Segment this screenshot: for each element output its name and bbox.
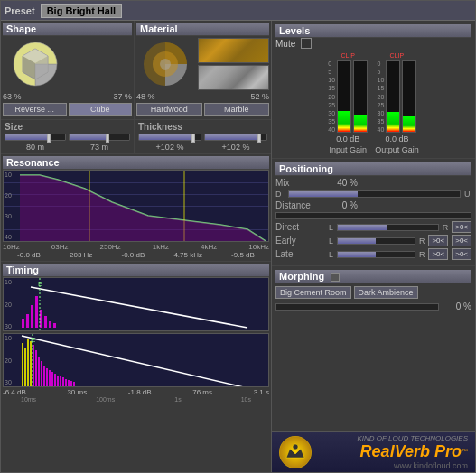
material-visual — [136, 38, 269, 90]
thickness-track-2[interactable] — [204, 134, 267, 141]
svg-text:E: E — [38, 280, 42, 288]
size-slider-1: 80 m — [5, 134, 66, 152]
svg-rect-21 — [24, 348, 26, 386]
size-track-2[interactable] — [69, 134, 130, 141]
early-stereo-btn2[interactable]: >0< — [452, 235, 471, 246]
wood-texture — [198, 38, 269, 63]
svg-rect-25 — [35, 350, 37, 386]
shape-header: Shape — [3, 23, 132, 36]
top-bar: Preset Big Bright Hall — [1, 1, 475, 21]
brand-bar: KIND OF LOUD TECHNOLOGIES RealVerb Pro™ … — [272, 431, 475, 472]
svg-point-43 — [280, 437, 311, 468]
svg-point-5 — [160, 59, 171, 70]
late-slider[interactable] — [337, 251, 415, 258]
res-val-4: 4.75 kHz — [173, 251, 202, 259]
brand-name: RealVerb Pro — [360, 442, 462, 460]
early-label: Early — [275, 236, 325, 246]
resonance-freq-labels: 16Hz 63Hz 250Hz 1kHz 4kHz 16kHz — [3, 243, 269, 251]
brand-icon — [279, 436, 312, 468]
shape-svg — [3, 38, 68, 90]
mix-value: 40 % — [329, 178, 358, 188]
late-row: Late L R >0< >0< — [275, 248, 471, 260]
right-column: Levels Mute CLIP 0510152025303540 — [272, 21, 475, 472]
material-texture-images — [198, 38, 269, 90]
svg-rect-39 — [73, 382, 75, 386]
thickness-slider-2: +102 % — [204, 134, 267, 152]
resonance-y-labels: 10203040 — [5, 171, 12, 241]
svg-rect-15 — [49, 321, 51, 328]
freq-250hz: 250Hz — [100, 243, 121, 251]
output-gain-val: 0.0 dB — [385, 134, 408, 144]
timing-graph-top[interactable]: 102030 — [3, 277, 269, 331]
brand-tagline: KIND OF LOUD TECHNOLOGIES — [357, 434, 468, 442]
levels-meters: CLIP 0510152025303540 — [275, 52, 471, 154]
input-gain-val: 0.0 dB — [336, 134, 359, 144]
output-meter-r — [402, 60, 416, 133]
mix-slider[interactable] — [288, 190, 461, 198]
late-stereo-btn2[interactable]: >0< — [452, 248, 471, 260]
preset-name[interactable]: Big Bright Hall — [41, 4, 122, 18]
brand-icon-svg — [279, 436, 312, 468]
early-stereo-btn1[interactable]: >0< — [428, 235, 448, 246]
input-meter-l — [337, 60, 351, 133]
direct-slider[interactable] — [337, 224, 439, 231]
res-val-1: -0.0 dB — [17, 251, 41, 259]
early-slider[interactable] — [337, 237, 415, 245]
svg-rect-9 — [22, 319, 24, 328]
material-pct-left: 48 % — [136, 92, 155, 101]
direct-label: Direct — [275, 222, 325, 232]
distance-slider[interactable] — [275, 212, 471, 219]
timing-header: Timing — [3, 264, 269, 277]
left-column: Shape — [1, 21, 272, 472]
reverse-button[interactable]: Reverse ... — [3, 103, 67, 116]
input-meter-r — [353, 60, 368, 133]
thickness-track-1[interactable] — [138, 134, 201, 141]
material-pie-row — [136, 38, 269, 90]
material-percent-row: 48 % 52 % — [136, 92, 269, 101]
output-meter-scale: 0510152025303540 — [377, 60, 384, 133]
resonance-graph[interactable]: 10203040 — [3, 170, 269, 242]
morph-preset-2[interactable]: Dark Ambience — [354, 286, 418, 299]
morph-slider-row: 0 % — [275, 301, 471, 311]
mute-checkbox[interactable] — [301, 38, 312, 49]
mix-label: Mix — [275, 178, 325, 188]
morphing-label: Morphing — [279, 271, 324, 282]
meter-scale-left: 0510152025303540 — [328, 60, 368, 133]
thickness-val-1: +102 % — [138, 143, 201, 152]
positioning-section: Positioning Mix 40 % D U Distance 0 % — [272, 159, 475, 266]
svg-rect-28 — [43, 366, 45, 386]
morph-indicator — [331, 273, 340, 282]
shape-pct-left: 63 % — [3, 92, 22, 101]
marble-button[interactable]: Marble — [204, 103, 270, 116]
cube-button[interactable]: Cube — [69, 103, 133, 116]
svg-rect-24 — [33, 345, 34, 386]
material-btn-row: Hardwood Marble — [136, 103, 269, 116]
input-gain-label: Input Gain — [329, 145, 367, 154]
resonance-values: -0.0 dB 203 Hz -0.0 dB 4.75 kHz -9.5 dB — [3, 251, 269, 259]
size-track-1[interactable] — [5, 134, 66, 141]
brand-url: www.kindofloud.com — [394, 461, 468, 470]
morph-preset-1[interactable]: Big Cement Room — [275, 286, 351, 299]
material-images — [136, 38, 269, 90]
shape-pie-row — [3, 38, 132, 90]
content-area: Shape — [1, 21, 475, 472]
direct-stereo-btn[interactable]: >0< — [452, 221, 471, 233]
hardwood-button[interactable]: Hardwood — [136, 103, 202, 116]
resonance-header: Resonance — [3, 156, 269, 170]
resonance-curve-svg — [4, 171, 268, 241]
size-section: Size 80 m — [1, 120, 135, 153]
timing-graph-bottom[interactable]: 102030 — [3, 333, 269, 387]
morph-slider[interactable] — [275, 303, 439, 311]
input-clip: CLIP — [341, 52, 355, 59]
mix-u-label: U — [464, 190, 471, 199]
output-gain-label: Output Gain — [375, 145, 419, 154]
freq-16hz: 16Hz — [3, 243, 20, 251]
svg-rect-34 — [60, 376, 61, 386]
late-stereo-btn1[interactable]: >0< — [428, 248, 448, 260]
svg-rect-29 — [46, 368, 48, 386]
thickness-slider-1: +102 % — [138, 134, 201, 152]
late-r: R — [419, 250, 425, 259]
timing-svg-top: E — [4, 278, 268, 330]
input-meter-col: CLIP 0510152025303540 — [328, 52, 368, 154]
levels-mute-row: Mute — [275, 38, 471, 49]
